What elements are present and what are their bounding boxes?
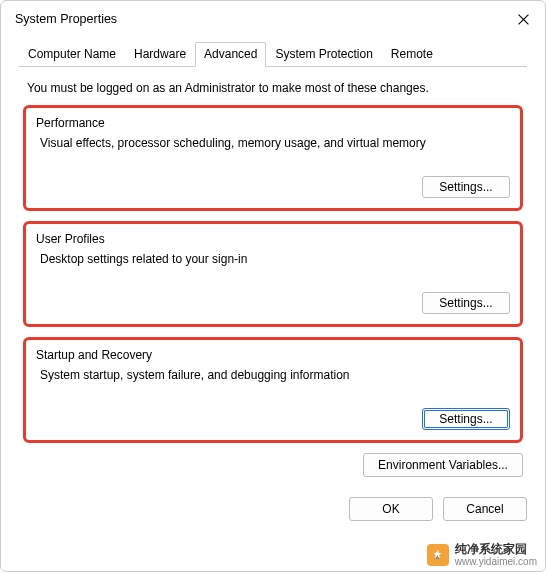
watermark: 纯净系统家园 www.yidaimei.com bbox=[421, 539, 545, 571]
group-performance-desc: Visual effects, processor scheduling, me… bbox=[40, 136, 510, 150]
group-startup-recovery-title: Startup and Recovery bbox=[36, 348, 510, 362]
cancel-button[interactable]: Cancel bbox=[443, 497, 527, 521]
environment-variables-button[interactable]: Environment Variables... bbox=[363, 453, 523, 477]
startup-recovery-settings-button[interactable]: Settings... bbox=[422, 408, 510, 430]
group-user-profiles: User Profiles Desktop settings related t… bbox=[23, 221, 523, 327]
environment-variables-label: Environment Variables... bbox=[378, 458, 508, 472]
tab-system-protection[interactable]: System Protection bbox=[266, 42, 381, 67]
group-user-profiles-desc: Desktop settings related to your sign-in bbox=[40, 252, 510, 266]
close-icon bbox=[518, 14, 529, 25]
tab-remote[interactable]: Remote bbox=[382, 42, 442, 67]
performance-settings-button[interactable]: Settings... bbox=[422, 176, 510, 198]
group-performance: Performance Visual effects, processor sc… bbox=[23, 105, 523, 211]
performance-settings-label: Settings... bbox=[439, 180, 492, 194]
tab-strip: Computer Name Hardware Advanced System P… bbox=[19, 41, 527, 67]
tab-computer-name[interactable]: Computer Name bbox=[19, 42, 125, 67]
user-profiles-settings-button[interactable]: Settings... bbox=[422, 292, 510, 314]
watermark-line1: 纯净系统家园 bbox=[455, 543, 537, 556]
startup-recovery-settings-label: Settings... bbox=[439, 412, 492, 426]
tab-hardware[interactable]: Hardware bbox=[125, 42, 195, 67]
group-performance-title: Performance bbox=[36, 116, 510, 130]
group-startup-recovery: Startup and Recovery System startup, sys… bbox=[23, 337, 523, 443]
admin-note: You must be logged on as an Administrato… bbox=[27, 81, 519, 95]
watermark-line2: www.yidaimei.com bbox=[455, 556, 537, 567]
watermark-logo-icon bbox=[427, 544, 449, 566]
ok-button[interactable]: OK bbox=[349, 497, 433, 521]
group-startup-recovery-desc: System startup, system failure, and debu… bbox=[40, 368, 510, 382]
group-user-profiles-title: User Profiles bbox=[36, 232, 510, 246]
user-profiles-settings-label: Settings... bbox=[439, 296, 492, 310]
tab-advanced[interactable]: Advanced bbox=[195, 42, 266, 67]
close-button[interactable] bbox=[515, 11, 531, 27]
window-title: System Properties bbox=[15, 12, 117, 26]
cancel-label: Cancel bbox=[466, 502, 503, 516]
ok-label: OK bbox=[382, 502, 399, 516]
